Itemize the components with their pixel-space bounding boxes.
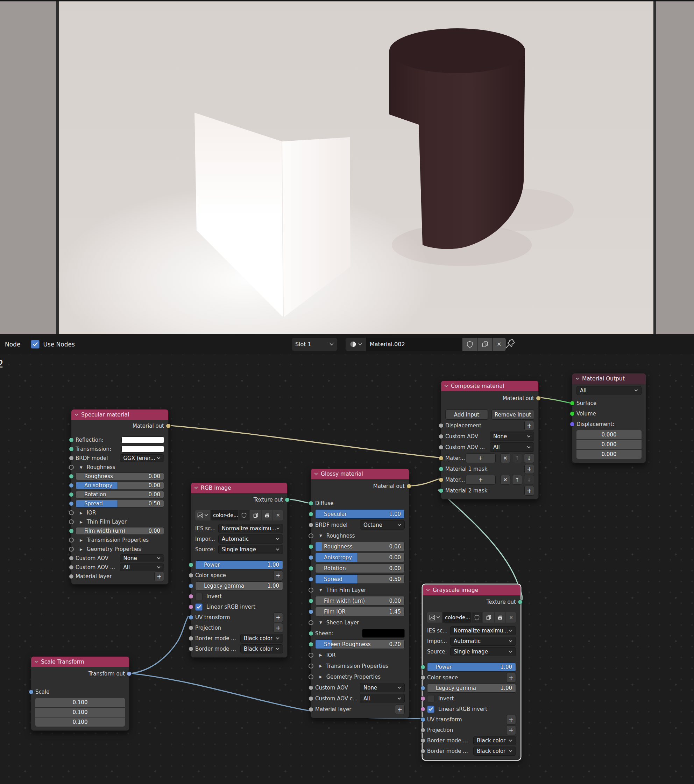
sheen-layer-socket[interactable]: [309, 620, 313, 625]
transmission-color-swatch[interactable]: [122, 446, 164, 453]
custom-aov-socket[interactable]: [69, 565, 74, 570]
material-layer-add-button[interactable]: +: [154, 572, 164, 581]
film-ior-slider[interactable]: Film IOR1.45: [315, 607, 405, 616]
roughness-slider[interactable]: Roughness0.06: [315, 542, 405, 551]
anisotropy-socket[interactable]: [69, 483, 74, 488]
custom-aov-c-socket[interactable]: [309, 696, 313, 701]
node-glossy[interactable]: Glossy materialMaterial outDiffuseSpecul…: [311, 468, 409, 718]
custom-aov-socket[interactable]: [309, 685, 313, 690]
surface-socket[interactable]: [570, 401, 575, 406]
fake-user-button[interactable]: [238, 510, 249, 520]
film-width-um-socket[interactable]: [309, 598, 313, 603]
section-transmission-properties[interactable]: Transmission Properties: [326, 663, 388, 669]
border-mode-dropdown[interactable]: Black color: [240, 634, 283, 643]
sheen-roughness-socket[interactable]: [309, 642, 313, 647]
image-browser-button[interactable]: [195, 510, 210, 520]
roughness-socket[interactable]: [309, 534, 313, 538]
node-header-composite[interactable]: Composite material: [441, 381, 538, 391]
border-mode-dropdown[interactable]: Black color: [240, 644, 283, 654]
pin-icon[interactable]: [504, 337, 517, 351]
node-material-output[interactable]: Material OutputAllSurfaceVolumeDisplacem…: [572, 373, 646, 463]
node-header-rgb-image[interactable]: RGB image: [191, 483, 287, 493]
value-field-0[interactable]: 0.000: [576, 430, 641, 439]
material-out-socket[interactable]: [536, 396, 541, 401]
transmission-properties-socket[interactable]: [69, 538, 74, 542]
roughness-socket[interactable]: [309, 544, 313, 549]
displacement-socket[interactable]: [570, 422, 575, 427]
fake-user-button[interactable]: [472, 612, 482, 623]
rotation-socket[interactable]: [309, 566, 313, 571]
image-name-field[interactable]: color-de...: [211, 510, 238, 520]
material-2-mask-add-button[interactable]: +: [525, 486, 534, 496]
remove-input-button[interactable]: Remove input: [492, 410, 534, 420]
section-geometry-properties[interactable]: Geometry Properties: [87, 546, 141, 552]
node-menu[interactable]: Node: [5, 341, 20, 348]
thin-film-layer-socket[interactable]: [309, 588, 313, 593]
new-image-button[interactable]: [250, 510, 261, 520]
projection-add-button[interactable]: +: [506, 725, 516, 735]
node-composite[interactable]: Composite materialMaterial outAdd inputR…: [441, 380, 539, 499]
custom-aov-dropdown[interactable]: All: [490, 442, 534, 452]
material-slot-add-button[interactable]: +: [465, 453, 496, 463]
brdf-model-dropdown[interactable]: Octane: [360, 520, 405, 530]
section-geometry-properties[interactable]: Geometry Properties: [326, 674, 381, 680]
use-nodes-checkbox[interactable]: [31, 340, 39, 349]
new-image-button[interactable]: [483, 612, 494, 623]
value-field-0[interactable]: 0.100: [35, 698, 125, 707]
displacement-socket[interactable]: [439, 423, 444, 428]
legacy-gamma-slider[interactable]: Legacy gamma1.00: [427, 684, 516, 693]
power-slider[interactable]: Power1.00: [427, 662, 516, 672]
new-material-button[interactable]: [477, 338, 492, 351]
material-1-mask-add-button[interactable]: +: [525, 464, 534, 474]
geometry-properties-socket[interactable]: [309, 674, 313, 679]
spread-slider[interactable]: Spread0.50: [315, 574, 405, 584]
custom-aov-dropdown[interactable]: All: [120, 563, 164, 571]
color-space-add-button[interactable]: +: [506, 673, 516, 682]
thin-film-layer-socket[interactable]: [69, 519, 74, 524]
linear-srgb-invert-socket[interactable]: [189, 604, 194, 609]
brdf-model-dropdown[interactable]: GGX (ener...: [120, 454, 164, 462]
invert-checkbox[interactable]: [195, 593, 202, 600]
color-space-socket[interactable]: [189, 573, 194, 578]
rotation-slider[interactable]: Rotation0.00: [315, 563, 405, 573]
scale-socket[interactable]: [29, 690, 34, 694]
sheen-socket[interactable]: [309, 631, 313, 636]
section-transmission-properties[interactable]: Transmission Properties: [87, 537, 149, 543]
impor-dropdown[interactable]: Automatic: [218, 534, 283, 544]
border-mode-socket[interactable]: [189, 646, 194, 651]
material-2-mask-socket[interactable]: [439, 488, 444, 493]
legacy-gamma-socket[interactable]: [421, 686, 425, 690]
film-width-um-socket[interactable]: [69, 529, 74, 534]
volume-socket[interactable]: [570, 411, 575, 416]
uv-transform-socket[interactable]: [421, 717, 425, 722]
value-field-2[interactable]: 0.000: [576, 450, 641, 459]
custom-aov-c-dropdown[interactable]: All: [360, 694, 405, 703]
value-field-2[interactable]: 0.100: [35, 718, 125, 726]
material-browser-button[interactable]: [345, 338, 366, 351]
unlink-image-button[interactable]: ✕: [506, 612, 516, 623]
anisotropy-slider[interactable]: Anisotropy0.00: [76, 482, 164, 489]
material-1-mask-socket[interactable]: [439, 466, 444, 471]
reflection-socket[interactable]: [69, 438, 74, 442]
invert-checkbox[interactable]: [427, 695, 434, 702]
material-layer-socket[interactable]: [69, 574, 74, 579]
film-width-um-slider[interactable]: Film width (um)0.00: [315, 596, 405, 606]
move-up-button[interactable]: ↑: [512, 475, 522, 485]
projection-socket[interactable]: [189, 626, 194, 630]
material-out-socket[interactable]: [406, 484, 411, 489]
diffuse-socket[interactable]: [309, 501, 313, 506]
roughness-slider[interactable]: Roughness0.00: [76, 473, 164, 480]
invert-socket[interactable]: [421, 696, 425, 701]
section-thin-film-layer[interactable]: Thin Film Layer: [326, 587, 366, 593]
custom-aov-socket[interactable]: [69, 556, 74, 561]
transform-out-socket[interactable]: [127, 671, 132, 676]
anisotropy-socket[interactable]: [309, 555, 313, 560]
output-target-dropdown[interactable]: All: [576, 386, 641, 395]
transmission-socket[interactable]: [69, 446, 74, 451]
material-slot-remove-button[interactable]: ✕: [500, 453, 510, 463]
roughness-socket[interactable]: [69, 474, 74, 479]
mater-socket[interactable]: [439, 456, 444, 461]
move-down-button[interactable]: ↓: [524, 453, 534, 463]
projection-add-button[interactable]: +: [273, 623, 283, 633]
pack-image-button[interactable]: [495, 612, 505, 623]
